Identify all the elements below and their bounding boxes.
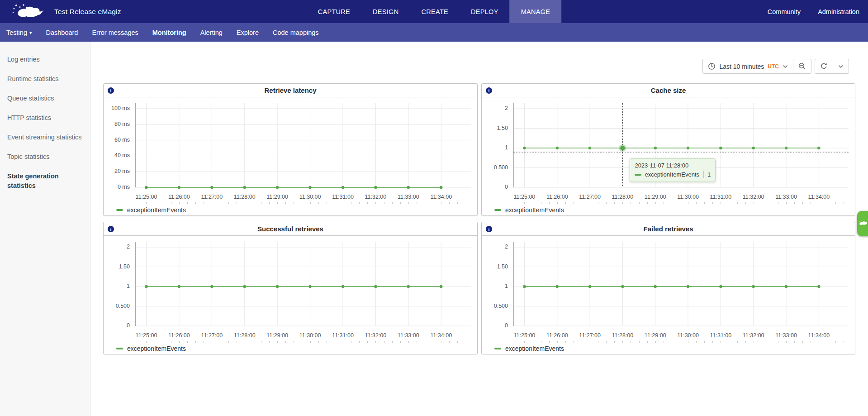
x-axis-minor-tick bbox=[541, 341, 541, 343]
x-axis-minor-tick bbox=[392, 202, 393, 204]
x-axis-minor-tick bbox=[598, 341, 598, 343]
nav-item-manage[interactable]: MANAGE bbox=[510, 0, 562, 23]
subnav-item-error-messages[interactable]: Error messages bbox=[92, 29, 138, 36]
chart-plot-area[interactable] bbox=[513, 242, 849, 330]
nav-item-administration[interactable]: Administration bbox=[809, 0, 868, 23]
x-axis-minor-tick bbox=[228, 202, 229, 204]
x-axis-minor-tick bbox=[351, 341, 351, 343]
nav-item-community[interactable]: Community bbox=[759, 0, 809, 23]
sidebar-item-runtime-statistics[interactable]: Runtime statistics bbox=[0, 69, 90, 89]
x-axis-minor-tick bbox=[417, 341, 417, 343]
subnav-item-dashboard[interactable]: Dashboard bbox=[46, 29, 78, 36]
nav-item-capture[interactable]: CAPTURE bbox=[307, 0, 361, 23]
chart-plot-area[interactable] bbox=[135, 103, 471, 192]
feedback-widget-button[interactable] bbox=[857, 211, 868, 236]
info-icon[interactable]: i bbox=[108, 87, 114, 94]
x-axis-label: 11:30:00 bbox=[299, 194, 321, 200]
info-icon[interactable]: i bbox=[486, 87, 492, 94]
x-axis-minor-tick bbox=[261, 202, 261, 204]
y-axis-label: 0 bbox=[482, 184, 508, 190]
sidebar-item-state-generation-statistics[interactable]: State generation statistics bbox=[0, 167, 90, 196]
x-axis-label: 11:34:00 bbox=[808, 194, 830, 200]
x-axis-minor-tick bbox=[285, 341, 286, 343]
chart-body: 2023-11-07 11:28:00exceptionItemEvents12… bbox=[482, 98, 855, 215]
x-axis-minor-tick bbox=[614, 202, 615, 204]
y-axis-label: 0.500 bbox=[482, 164, 508, 171]
x-axis-label: 11:25:00 bbox=[514, 332, 536, 339]
x-axis-minor-tick bbox=[457, 202, 458, 204]
sidebar-item-log-entries[interactable]: Log entries bbox=[0, 50, 90, 69]
x-axis-minor-tick bbox=[762, 341, 762, 343]
top-navbar: Test Release eMagiz CAPTUREDESIGNCREATED… bbox=[0, 0, 868, 23]
y-axis-label: 1.50 bbox=[104, 263, 130, 270]
nav-item-design[interactable]: DESIGN bbox=[361, 0, 410, 23]
sidebar-item-topic-statistics[interactable]: Topic statistics bbox=[0, 147, 90, 167]
x-axis-minor-tick bbox=[408, 341, 409, 343]
x-axis-minor-tick bbox=[335, 341, 335, 343]
legend-label: exceptionItemEvents bbox=[505, 345, 564, 352]
x-axis-label: 11:33:00 bbox=[775, 194, 797, 200]
refresh-button[interactable] bbox=[815, 59, 833, 73]
subnav-item-code-mappings[interactable]: Code mappings bbox=[273, 29, 319, 36]
legend-label: exceptionItemEvents bbox=[505, 206, 564, 214]
info-icon[interactable]: i bbox=[108, 226, 114, 232]
x-axis-minor-tick bbox=[590, 341, 590, 343]
x-axis-minor-tick bbox=[318, 341, 319, 343]
legend-swatch bbox=[116, 209, 123, 211]
x-axis-label: 11:31:00 bbox=[332, 194, 354, 200]
time-range-picker[interactable]: Last 10 minutes UTC bbox=[703, 59, 793, 73]
legend-exceptionitemevents[interactable]: exceptionItemEvents bbox=[116, 206, 186, 214]
x-axis-minor-tick bbox=[195, 202, 196, 204]
emagiz-logo[interactable] bbox=[12, 3, 44, 21]
zoom-out-button[interactable] bbox=[793, 59, 811, 73]
x-axis-minor-tick bbox=[737, 341, 738, 343]
legend-exceptionitemevents[interactable]: exceptionItemEvents bbox=[494, 345, 564, 352]
x-axis-label: 11:31:00 bbox=[710, 332, 732, 339]
info-icon[interactable]: i bbox=[486, 226, 492, 232]
x-axis-minor-tick bbox=[549, 202, 550, 204]
nav-item-deploy[interactable]: DEPLOY bbox=[460, 0, 510, 23]
y-axis-label: 1.50 bbox=[482, 125, 508, 131]
refresh-interval-dropdown[interactable] bbox=[833, 59, 849, 73]
chevron-down-icon bbox=[838, 65, 844, 68]
x-axis-minor-tick bbox=[187, 341, 188, 343]
y-axis-label: 1 bbox=[482, 144, 508, 151]
sidebar-item-http-statistics[interactable]: HTTP statistics bbox=[0, 108, 90, 128]
y-axis-label: 2 bbox=[482, 105, 508, 111]
subnav-item-monitoring[interactable]: Monitoring bbox=[152, 29, 186, 36]
x-axis-minor-tick bbox=[835, 341, 836, 343]
x-axis-minor-tick bbox=[582, 202, 582, 204]
x-axis-label: 11:29:00 bbox=[645, 332, 666, 339]
nav-item-create[interactable]: CREATE bbox=[410, 0, 460, 23]
chart-plot-area[interactable] bbox=[135, 242, 471, 330]
x-axis-minor-tick bbox=[737, 202, 738, 204]
subnav-item-explore[interactable]: Explore bbox=[237, 29, 259, 36]
x-axis-minor-tick bbox=[664, 341, 664, 343]
legend-swatch bbox=[116, 348, 123, 349]
x-axis-minor-tick bbox=[786, 341, 787, 343]
x-axis-minor-tick bbox=[754, 202, 754, 204]
sidebar-item-event-streaming-statistics[interactable]: Event streaming statistics bbox=[0, 128, 90, 147]
x-axis-minor-tick bbox=[762, 202, 762, 204]
tooltip-series-row: exceptionItemEvents1 bbox=[635, 171, 711, 178]
panel-header: iSuccessful retrieves bbox=[104, 222, 477, 236]
primary-nav: CAPTUREDESIGNCREATEDEPLOYMANAGE bbox=[307, 0, 562, 23]
legend-exceptionitemevents[interactable]: exceptionItemEvents bbox=[116, 345, 186, 352]
subnav-item-alerting[interactable]: Alerting bbox=[200, 29, 223, 36]
legend-exceptionitemevents[interactable]: exceptionItemEvents bbox=[494, 206, 564, 214]
x-axis-minor-tick bbox=[146, 341, 147, 343]
x-axis-minor-tick bbox=[457, 341, 458, 343]
x-axis-minor-tick bbox=[672, 202, 672, 204]
x-axis-minor-tick bbox=[146, 202, 147, 204]
tooltip-series-swatch bbox=[635, 174, 641, 176]
x-axis-minor-tick bbox=[557, 341, 558, 343]
x-axis-minor-tick bbox=[302, 202, 302, 204]
subnav-item-testing[interactable]: Testing▾ bbox=[6, 29, 32, 36]
panel-title: Retrieve latency bbox=[264, 86, 316, 94]
x-axis-minor-tick bbox=[565, 341, 566, 343]
x-axis-minor-tick bbox=[721, 202, 721, 204]
x-axis-label: 11:30:00 bbox=[677, 332, 699, 339]
x-axis-minor-tick bbox=[721, 341, 721, 343]
x-axis-minor-tick bbox=[212, 202, 212, 204]
sidebar-item-queue-statistics[interactable]: Queue statistics bbox=[0, 89, 90, 108]
